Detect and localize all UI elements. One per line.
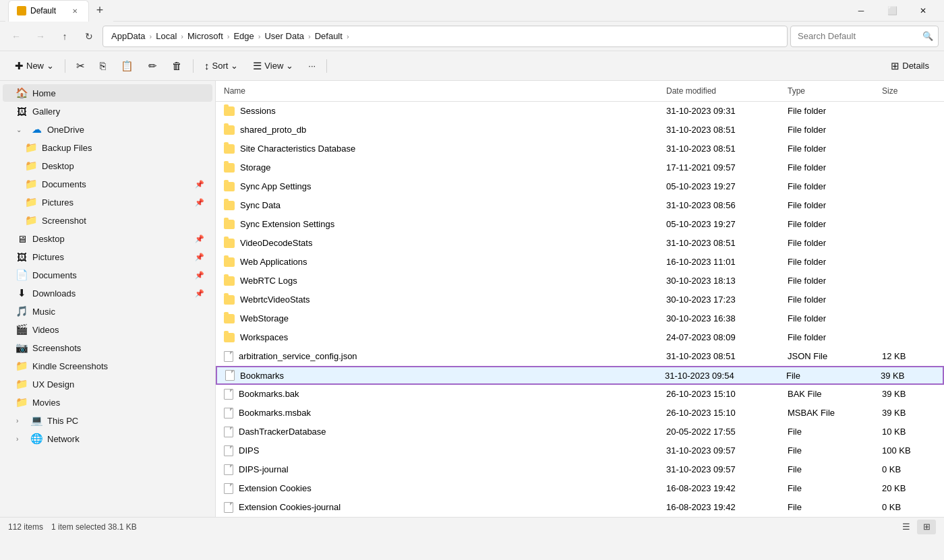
table-row[interactable]: VideoDecodeStats 31-10-2023 08:51 File f…: [216, 234, 944, 253]
sidebar-item-screenshot-cloud[interactable]: 📁 Screenshot: [3, 212, 212, 229]
search-wrapper: 🔍: [790, 26, 939, 47]
table-row[interactable]: Workspaces 24-07-2023 08:09 File folder: [216, 328, 944, 347]
sidebar-item-screenshots[interactable]: 📷 Screenshots: [3, 339, 212, 356]
file-type: File folder: [788, 276, 882, 286]
details-button[interactable]: ⊞ Details: [884, 55, 936, 77]
breadcrumb-appdata[interactable]: AppData: [109, 30, 148, 42]
folder-icon: [224, 239, 235, 248]
list-view-button[interactable]: ☰: [897, 520, 916, 534]
breadcrumb-sep-3: ›: [227, 32, 230, 40]
table-row[interactable]: Extension Cookies-journal 16-08-2023 19:…: [216, 498, 944, 517]
sidebar-item-home[interactable]: 🏠 Home: [3, 84, 212, 102]
table-row[interactable]: Web Applications 16-10-2023 11:01 File f…: [216, 253, 944, 272]
table-row[interactable]: Sync Data 31-10-2023 08:56 File folder: [216, 196, 944, 215]
sidebar-item-kindle[interactable]: 📁 Kindle Screenshots: [3, 357, 212, 375]
file-type: File: [788, 464, 882, 474]
table-row-bookmarks[interactable]: Bookmarks 31-10-2023 09:54 File 39 KB: [216, 366, 944, 385]
sidebar-item-pictures-cloud[interactable]: 📁 Pictures 📌: [3, 193, 212, 211]
details-view-button[interactable]: ⊞: [917, 520, 936, 534]
table-row[interactable]: Bookmarks.bak 26-10-2023 15:10 BAK File …: [216, 385, 944, 404]
view-icon: ☰: [253, 60, 262, 72]
sidebar-item-pictures[interactable]: 🖼 Pictures 📌: [3, 248, 212, 266]
file-icon: [224, 483, 233, 494]
sidebar-label-pictures-cloud: Pictures: [42, 197, 73, 208]
table-row[interactable]: Sync Extension Settings 05-10-2023 19:27…: [216, 215, 944, 234]
file-date: 31-10-2023 08:56: [666, 200, 788, 210]
file-date: 20-05-2022 17:55: [666, 427, 788, 437]
sidebar-item-music[interactable]: 🎵 Music: [3, 303, 212, 320]
folder-tab[interactable]: Default ✕: [8, 0, 89, 22]
file-size: 39 KB: [882, 408, 936, 418]
sidebar-label-videos: Videos: [32, 325, 59, 335]
header-name[interactable]: Name: [224, 84, 666, 98]
more-button[interactable]: ···: [301, 55, 322, 77]
paste-button[interactable]: 📋: [114, 55, 140, 77]
header-type[interactable]: Type: [788, 84, 882, 98]
sidebar-item-documents-cloud[interactable]: 📁 Documents 📌: [3, 175, 212, 193]
close-button[interactable]: ✕: [908, 0, 939, 22]
table-row[interactable]: Bookmarks.msbak 26-10-2023 15:10 MSBAK F…: [216, 404, 944, 423]
item-count: 112 items: [8, 522, 43, 532]
table-row[interactable]: WebrtcVideoStats 30-10-2023 17:23 File f…: [216, 290, 944, 309]
table-row[interactable]: Extension Cookies 16-08-2023 19:42 File …: [216, 479, 944, 498]
file-name-text: Workspaces: [240, 332, 288, 342]
sidebar-item-documents[interactable]: 📄 Documents 📌: [3, 266, 212, 284]
table-row[interactable]: WebRTC Logs 30-10-2023 18:13 File folder: [216, 272, 944, 290]
view-button[interactable]: ☰ View ⌄: [246, 55, 300, 77]
search-input[interactable]: [790, 26, 939, 47]
table-row[interactable]: DIPS 31-10-2023 09:57 File 100 KB: [216, 441, 944, 460]
table-row[interactable]: Sessions 31-10-2023 09:31 File folder: [216, 102, 944, 121]
up-button[interactable]: ↑: [54, 26, 76, 47]
sidebar-item-ux-design[interactable]: 📁 UX Design: [3, 375, 212, 393]
breadcrumb-default[interactable]: Default: [312, 30, 345, 42]
refresh-button[interactable]: ↻: [78, 26, 100, 47]
sidebar-item-downloads[interactable]: ⬇ Downloads 📌: [3, 284, 212, 302]
table-row[interactable]: DashTrackerDatabase 20-05-2022 17:55 Fil…: [216, 423, 944, 441]
table-row[interactable]: Site Characteristics Database 31-10-2023…: [216, 139, 944, 158]
table-row[interactable]: Sync App Settings 05-10-2023 19:27 File …: [216, 177, 944, 196]
sidebar-item-desktop-cloud[interactable]: 📁 Desktop: [3, 157, 212, 175]
sort-icon: ↕: [204, 60, 210, 71]
breadcrumb-local[interactable]: Local: [153, 30, 179, 42]
sidebar-item-network[interactable]: › 🌐 Network: [3, 430, 212, 447]
maximize-button[interactable]: ⬜: [877, 0, 908, 22]
table-row[interactable]: Storage 17-11-2021 09:57 File folder: [216, 158, 944, 177]
table-row[interactable]: DIPS-journal 31-10-2023 09:57 File 0 KB: [216, 460, 944, 479]
new-tab-button[interactable]: +: [89, 0, 111, 22]
file-date: 30-10-2023 17:23: [666, 294, 788, 305]
back-button[interactable]: ←: [5, 26, 27, 47]
table-row[interactable]: WebStorage 30-10-2023 16:38 File folder: [216, 309, 944, 328]
breadcrumb-edge[interactable]: Edge: [231, 30, 256, 42]
table-row[interactable]: arbitration_service_config.json 31-10-20…: [216, 347, 944, 366]
breadcrumb-userdata[interactable]: User Data: [262, 30, 307, 42]
sidebar-item-this-pc[interactable]: › 💻 This PC: [3, 412, 212, 429]
toolbar-sep-1: [65, 59, 65, 73]
copy-button[interactable]: ⎘: [93, 55, 113, 77]
file-type: File folder: [788, 257, 882, 267]
sidebar-item-gallery[interactable]: 🖼 Gallery: [3, 102, 212, 120]
breadcrumb-microsoft[interactable]: Microsoft: [185, 30, 226, 42]
sidebar-item-onedrive[interactable]: ⌄ ☁ OneDrive: [3, 121, 212, 138]
delete-button[interactable]: 🗑: [165, 55, 189, 77]
pin-icon-pictures-cloud: 📌: [195, 198, 204, 207]
file-type: File folder: [788, 162, 882, 173]
file-icon: [224, 408, 233, 418]
cut-button[interactable]: ✂: [69, 55, 92, 77]
forward-button[interactable]: →: [30, 26, 51, 47]
breadcrumb[interactable]: AppData › Local › Microsoft › Edge › Use…: [102, 26, 788, 47]
header-size[interactable]: Size: [882, 84, 936, 98]
file-icon: [224, 351, 233, 362]
new-button[interactable]: ✚ New ⌄: [8, 55, 61, 77]
tab-close-button[interactable]: ✕: [69, 5, 80, 16]
sidebar-item-backup-files[interactable]: 📁 Backup Files: [3, 139, 212, 156]
sidebar-item-movies[interactable]: 📁 Movies: [3, 394, 212, 411]
minimize-button[interactable]: ─: [846, 0, 877, 22]
sort-button[interactable]: ↕ Sort ⌄: [198, 55, 245, 77]
sidebar-item-videos[interactable]: 🎬 Videos: [3, 321, 212, 338]
table-row[interactable]: shared_proto_db 31-10-2023 08:51 File fo…: [216, 121, 944, 139]
header-date[interactable]: Date modified: [666, 84, 788, 98]
sidebar-item-desktop[interactable]: 🖥 Desktop 📌: [3, 230, 212, 247]
sidebar-label-movies: Movies: [32, 398, 60, 408]
folder-icon: [224, 106, 235, 116]
rename-button[interactable]: ✏: [142, 55, 164, 77]
